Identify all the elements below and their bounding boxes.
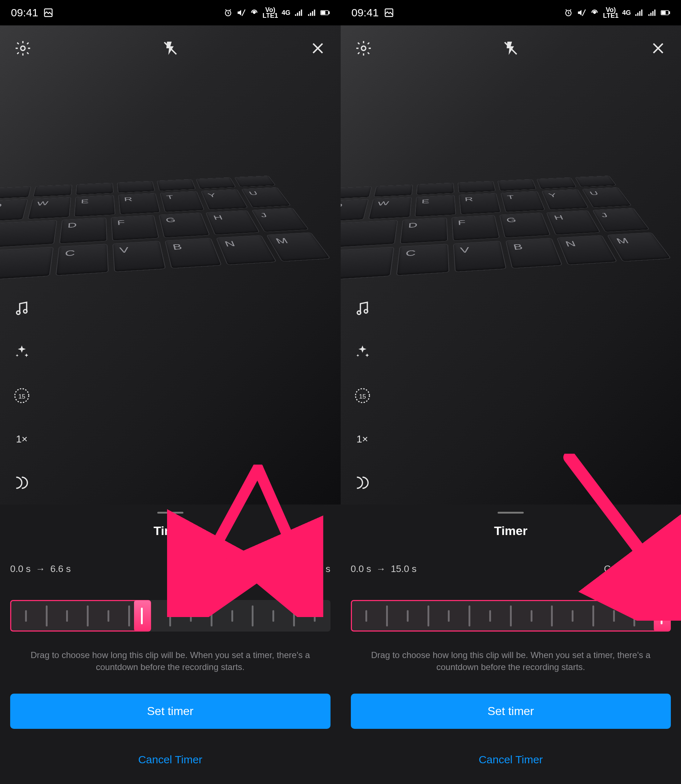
panel-title: Timer <box>10 524 331 538</box>
zoom-button[interactable]: 1× <box>11 428 33 450</box>
timer-15-icon: 15 <box>354 387 371 404</box>
timer-end: 6.6 s <box>50 563 70 575</box>
status-time: 09:41 <box>352 6 379 19</box>
screenshot-right: 09:41 Vo)LTE1 4G QWERTYU DFGHJ CVBNM <box>340 0 681 784</box>
gear-icon <box>14 40 32 57</box>
effects-button[interactable] <box>11 341 33 363</box>
arrow-icon: → <box>36 563 45 575</box>
slider-fill <box>10 600 151 631</box>
timer-panel: Timer 0.0 s → 6.6 s Countdown 3 s <box>0 504 340 784</box>
helper-text: Drag to choose how long this clip will b… <box>351 649 671 673</box>
svg-rect-28 <box>637 13 638 16</box>
svg-rect-8 <box>308 14 309 16</box>
countdown-value: 3 s <box>318 563 331 575</box>
zoom-label: 1× <box>357 433 368 445</box>
svg-rect-6 <box>299 11 300 16</box>
length-button[interactable]: 15 <box>11 385 33 406</box>
svg-point-15 <box>21 46 25 51</box>
speed-button[interactable] <box>11 472 33 494</box>
settings-button[interactable] <box>352 36 375 60</box>
slider-handle[interactable] <box>660 608 662 624</box>
speed-button[interactable] <box>352 472 373 494</box>
svg-text:15: 15 <box>359 393 366 400</box>
music-button[interactable] <box>11 298 33 319</box>
svg-rect-32 <box>651 13 652 16</box>
timer-panel: Timer 0.0 s → 15.0 s Countdown 3 s <box>340 504 681 784</box>
status-time: 09:41 <box>11 6 38 19</box>
helper-text: Drag to choose how long this clip will b… <box>10 649 331 673</box>
battery-icon <box>660 8 670 17</box>
cancel-timer-button[interactable]: Cancel Timer <box>10 750 331 770</box>
timer-end: 15.0 s <box>391 563 417 575</box>
timer-start: 0.0 s <box>10 563 30 575</box>
camera-viewfinder: QWERTYU DFGHJ CVBNM 15 <box>0 25 340 504</box>
signal-icon <box>294 8 304 17</box>
svg-point-26 <box>594 12 595 13</box>
duration-slider[interactable] <box>351 600 671 631</box>
countdown-label: Countdown <box>604 563 652 575</box>
sparkle-icon <box>14 344 30 360</box>
zoom-button[interactable]: 1× <box>352 428 373 450</box>
duration-slider[interactable] <box>10 600 331 631</box>
gallery-icon <box>384 8 394 18</box>
length-button[interactable]: 15 <box>352 385 373 406</box>
flash-button[interactable] <box>158 36 182 60</box>
svg-rect-10 <box>312 11 313 16</box>
panel-title: Timer <box>351 524 671 538</box>
svg-rect-4 <box>295 14 296 16</box>
close-button[interactable] <box>646 36 670 60</box>
battery-icon <box>320 8 330 17</box>
set-timer-button[interactable]: Set timer <box>351 694 671 729</box>
flash-off-icon <box>162 40 178 56</box>
sparkle-icon <box>355 344 371 360</box>
keyboard-background: QWERTYU DFGHJ CVBNM <box>340 175 681 504</box>
mute-icon <box>236 8 246 17</box>
flash-off-icon <box>503 40 519 56</box>
svg-point-42 <box>357 311 361 315</box>
svg-rect-30 <box>641 9 642 16</box>
effects-button[interactable] <box>352 341 373 363</box>
svg-rect-13 <box>329 12 329 14</box>
settings-button[interactable] <box>11 36 35 60</box>
network-label: Vo)LTE1 <box>263 7 278 19</box>
status-right-icons: Vo)LTE1 4G <box>223 7 330 19</box>
countdown-label: Countdown <box>263 563 311 575</box>
svg-line-2 <box>242 9 245 16</box>
svg-point-3 <box>253 12 255 13</box>
gallery-icon <box>43 8 53 18</box>
timer-start: 0.0 s <box>351 563 371 575</box>
camera-viewfinder: QWERTYU DFGHJ CVBNM 15 <box>340 25 681 504</box>
svg-point-38 <box>361 46 366 51</box>
gear-icon <box>355 40 372 57</box>
panel-drag-handle[interactable] <box>497 512 524 514</box>
svg-rect-27 <box>635 14 636 16</box>
close-button[interactable] <box>306 36 330 60</box>
svg-rect-34 <box>654 9 655 16</box>
alarm-icon <box>223 8 233 17</box>
close-icon <box>310 40 326 56</box>
set-timer-button[interactable]: Set timer <box>10 694 331 729</box>
timer-15-icon: 15 <box>13 387 30 404</box>
signal-icon <box>635 8 644 17</box>
speed-icon <box>354 474 371 491</box>
panel-drag-handle[interactable] <box>157 512 184 514</box>
svg-rect-9 <box>310 13 311 16</box>
flash-button[interactable] <box>499 36 523 60</box>
svg-rect-29 <box>639 11 640 16</box>
svg-rect-11 <box>314 9 315 16</box>
svg-rect-5 <box>297 13 298 16</box>
cancel-timer-button[interactable]: Cancel Timer <box>351 750 671 770</box>
status-right-icons: Vo)LTE1 4G <box>564 7 670 19</box>
arrow-icon: → <box>376 563 386 575</box>
alarm-icon <box>564 8 573 17</box>
slider-handle[interactable] <box>141 608 143 624</box>
svg-rect-7 <box>301 9 302 16</box>
speed-icon <box>13 474 30 491</box>
music-button[interactable] <box>352 298 373 319</box>
hotspot-icon <box>250 8 259 17</box>
signal-icon-2 <box>648 8 657 17</box>
zoom-label: 1× <box>16 433 28 445</box>
svg-rect-33 <box>652 11 653 16</box>
svg-rect-36 <box>669 12 670 14</box>
slider-fill <box>351 600 671 631</box>
